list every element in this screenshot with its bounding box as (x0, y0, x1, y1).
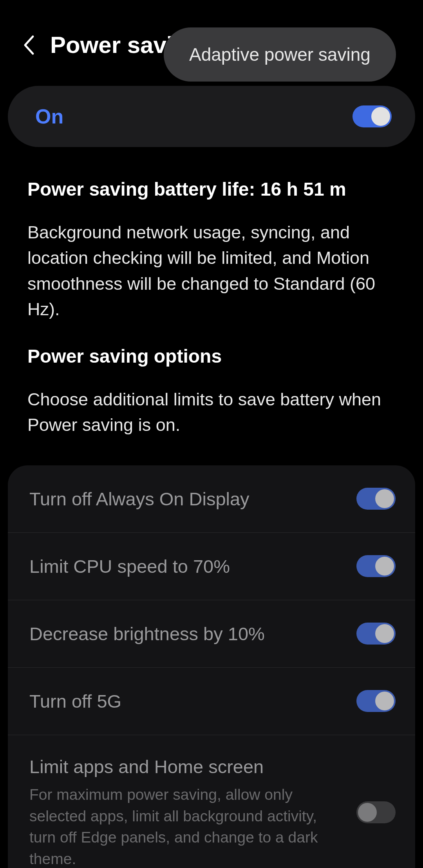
toggle-thumb (375, 489, 394, 508)
options-card: Turn off Always On Display Limit CPU spe… (8, 465, 415, 868)
option-decrease-brightness[interactable]: Decrease brightness by 10% (8, 600, 415, 668)
master-toggle-label: On (35, 105, 63, 128)
option-limit-cpu[interactable]: Limit CPU speed to 70% (8, 533, 415, 600)
tooltip-adaptive-power-saving[interactable]: Adaptive power saving (164, 27, 396, 82)
option-label: Limit CPU speed to 70% (29, 554, 341, 578)
option-toggle-switch[interactable] (356, 488, 396, 510)
toggle-thumb (371, 107, 390, 126)
info-section: Power saving battery life: 16 h 51 m Bac… (0, 147, 423, 461)
toggle-thumb (375, 557, 394, 576)
option-text: Decrease brightness by 10% (29, 622, 356, 646)
tooltip-text: Adaptive power saving (189, 44, 371, 65)
option-toggle-switch[interactable] (356, 555, 396, 577)
options-description: Choose additional limits to save battery… (27, 387, 396, 438)
option-text: Limit apps and Home screen For maximum p… (29, 755, 356, 868)
option-sublabel: For maximum power saving, allow only sel… (29, 784, 341, 868)
option-text: Limit CPU speed to 70% (29, 554, 356, 578)
toggle-thumb (375, 624, 394, 643)
option-text: Turn off 5G (29, 689, 356, 713)
option-label: Decrease brightness by 10% (29, 622, 341, 646)
back-icon[interactable] (20, 36, 38, 54)
option-toggle-switch[interactable] (356, 623, 396, 645)
option-text: Turn off Always On Display (29, 487, 356, 511)
option-turn-off-5g[interactable]: Turn off 5G (8, 668, 415, 735)
option-always-on-display[interactable]: Turn off Always On Display (8, 465, 415, 533)
toggle-thumb (358, 803, 377, 822)
battery-info-description: Background network usage, syncing, and l… (27, 220, 396, 322)
option-limit-apps[interactable]: Limit apps and Home screen For maximum p… (8, 735, 415, 868)
option-toggle-switch[interactable] (356, 690, 396, 712)
options-heading: Power saving options (27, 345, 396, 367)
master-toggle-switch[interactable] (352, 105, 392, 127)
option-label: Turn off Always On Display (29, 487, 341, 511)
master-toggle-card[interactable]: On (8, 86, 415, 147)
option-label: Limit apps and Home screen (29, 755, 341, 779)
battery-life-title: Power saving battery life: 16 h 51 m (27, 178, 396, 200)
option-toggle-switch[interactable] (356, 801, 396, 823)
toggle-thumb (375, 692, 394, 710)
option-label: Turn off 5G (29, 689, 341, 713)
